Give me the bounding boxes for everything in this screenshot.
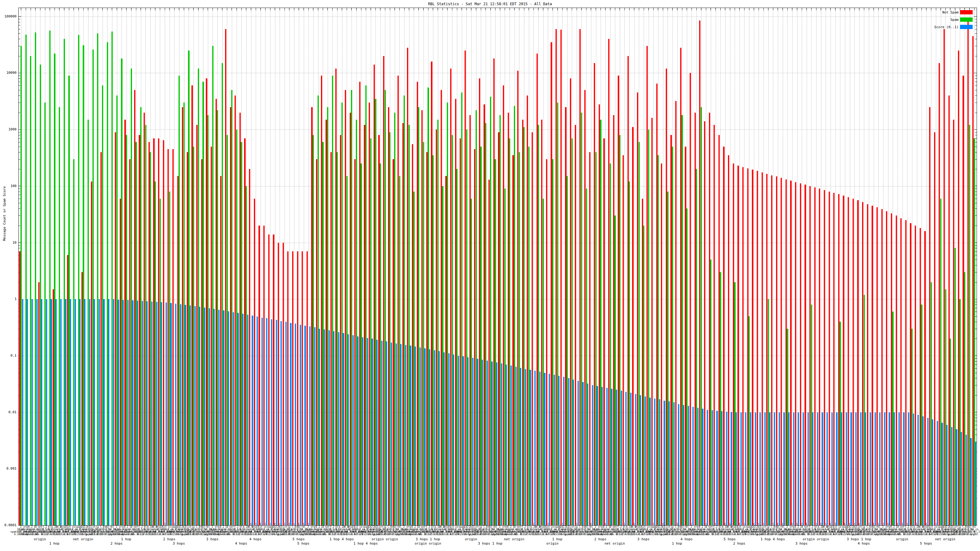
bar-score (252, 316, 253, 525)
x-axis-labels: 2 10.bl spam.dbl.dnsbl b.10.listorg spam… (18, 525, 976, 551)
x-tick-bottom (533, 523, 534, 525)
bar-not-spam (747, 168, 748, 525)
bar-score (621, 391, 622, 525)
x-gridline (533, 8, 534, 525)
bar-score (640, 395, 641, 525)
bar-not-spam (618, 76, 619, 525)
x-tick-bottom (859, 523, 859, 525)
x-gridline (280, 8, 280, 525)
bar-score (937, 421, 938, 525)
x-tick-bottom (256, 523, 256, 525)
bar-spam (734, 282, 735, 525)
bar-spam (322, 142, 323, 525)
x-tick-top (198, 8, 199, 10)
bar-score (467, 357, 469, 525)
x-tick-bottom (802, 523, 802, 525)
bar-not-spam (91, 181, 92, 525)
bar-not-spam (407, 48, 408, 525)
bar-spam (696, 169, 697, 525)
bar-score (194, 306, 196, 525)
bar-spam (528, 147, 530, 525)
bar-spam (811, 305, 812, 525)
x-tick-bottom (845, 523, 845, 525)
y-tick-label: 100000 (0, 15, 16, 18)
bar-score (271, 319, 272, 525)
bar-spam (102, 86, 103, 525)
bar-score (338, 332, 339, 525)
bar-not-spam (302, 251, 303, 525)
bar-score (515, 367, 517, 525)
x-tick-bottom (289, 523, 290, 525)
bar-not-spam (445, 176, 447, 525)
bar-score (568, 378, 569, 525)
x-tick-bottom (275, 523, 275, 525)
x-tick-top (438, 8, 438, 10)
x-tick-top (802, 8, 802, 10)
bar-score (798, 412, 799, 525)
bar-score (51, 299, 52, 525)
bar-not-spam (493, 59, 495, 525)
x-tick-top (165, 8, 165, 10)
bar-score (827, 412, 828, 525)
x-category-sublabel: 3 hops (207, 538, 219, 541)
bar-spam (471, 198, 472, 525)
bar-score (587, 384, 588, 525)
bar-score (319, 329, 320, 525)
bar-not-spam (287, 251, 288, 525)
bar-spam (681, 115, 682, 525)
x-gridline (261, 8, 261, 525)
x-tick-top (347, 8, 347, 10)
bar-spam (945, 289, 946, 525)
bar-score (817, 412, 818, 525)
x-tick-bottom (759, 523, 759, 525)
bar-not-spam (771, 175, 772, 525)
bar-score (846, 412, 847, 525)
x-tick-top (672, 8, 673, 10)
bar-score (645, 396, 646, 525)
bar-score (736, 412, 737, 525)
bar-not-spam (139, 135, 140, 525)
bar-score (439, 351, 440, 525)
bar-score (908, 412, 909, 525)
x-tick-top (356, 8, 356, 10)
x-tick-top (73, 8, 74, 10)
bar-not-spam (278, 243, 279, 525)
bar-not-spam (460, 138, 461, 525)
bar-not-spam (201, 159, 202, 525)
bar-not-spam (943, 29, 945, 525)
bar-spam (418, 107, 419, 525)
bar-score (367, 338, 368, 525)
bar-score (544, 373, 545, 525)
y-gridline (19, 356, 977, 356)
x-gridline (624, 8, 625, 525)
bar-not-spam (680, 48, 681, 525)
x-tick-top (783, 8, 783, 10)
bar-spam (318, 95, 319, 525)
bar-score (530, 370, 531, 525)
y-minor-tick-right (975, 395, 977, 395)
bar-score (371, 338, 373, 525)
bar-score (233, 312, 234, 525)
x-category-sublabel: 2 hops (111, 542, 123, 545)
bar-spam (748, 316, 750, 525)
bar-score (142, 301, 143, 525)
bar-score (520, 368, 521, 525)
y-minor-tick-right (975, 225, 977, 226)
x-tick-top (577, 8, 577, 10)
bar-not-spam (929, 107, 931, 525)
bar-score (247, 315, 248, 525)
bar-spam (461, 92, 463, 525)
bar-not-spam (187, 152, 188, 525)
y-minor-tick-right (975, 248, 977, 248)
bar-not-spam (412, 144, 413, 525)
x-tick-bottom (878, 523, 879, 525)
x-tick-top (275, 8, 275, 10)
x-tick-top (744, 8, 745, 10)
bar-not-spam (374, 65, 375, 525)
bar-not-spam (848, 197, 849, 525)
x-category-sublabel: 3 hops 1 hop (415, 538, 440, 541)
bar-spam (370, 138, 371, 525)
bar-score (832, 412, 833, 525)
bar-score (783, 412, 784, 525)
bar-not-spam (790, 181, 791, 525)
